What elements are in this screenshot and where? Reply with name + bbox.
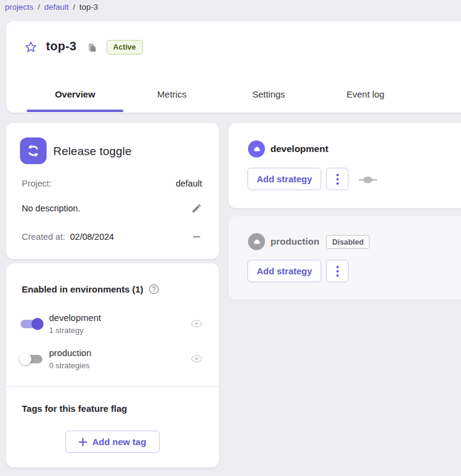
breadcrumb-separator: / [73, 2, 76, 12]
project-row: Project: default [22, 179, 202, 188]
kebab-menu-production[interactable] [326, 260, 348, 282]
strategy-drag-indicator-icon [359, 176, 377, 187]
kebab-dot [336, 182, 339, 185]
breadcrumb-current: top-3 [79, 2, 98, 12]
environments-card: Enabled in environments (1) development … [6, 263, 219, 468]
environment-panel-development: development Add strategy [229, 123, 461, 208]
add-strategy-button-production[interactable]: Add strategy [247, 260, 321, 282]
tab-settings[interactable]: Settings [220, 79, 317, 109]
flag-details-card: Release toggle Project: default No descr… [6, 123, 219, 259]
kebab-dot [336, 274, 339, 277]
disabled-badge: Disabled [326, 235, 370, 249]
status-badge: Active [106, 40, 143, 55]
breadcrumb-projects-link[interactable]: projects [5, 2, 33, 12]
edit-description-icon[interactable] [191, 203, 202, 214]
env-row-development-strategies: 1 strategy [49, 326, 83, 335]
environments-title: Enabled in environments (1) [22, 283, 160, 295]
kebab-menu-development[interactable] [326, 168, 348, 190]
toggle-thumb [31, 318, 44, 330]
cloud-icon-production [248, 233, 265, 250]
toggle-development[interactable] [19, 318, 44, 330]
environment-panel-production: production Disabled Add strategy [229, 216, 461, 300]
tab-overview[interactable]: Overview [27, 79, 123, 109]
tags-title: Tags for this feature flag [22, 403, 127, 414]
created-label: Created at: [22, 232, 65, 242]
environments-title-text: Enabled in environments (1) [22, 284, 143, 294]
env-row-development-name: development [49, 312, 101, 323]
plus-icon [79, 438, 87, 446]
description-text: No description. [22, 203, 80, 213]
created-row: Created at: 02/08/2024 [22, 232, 202, 242]
active-tab-indicator [27, 110, 123, 112]
kebab-dot [336, 266, 339, 268]
kebab-dot [336, 270, 339, 273]
kebab-dot [336, 174, 339, 176]
environment-panel-production-name: production [270, 236, 319, 247]
env-row-production-name: production [49, 348, 91, 358]
breadcrumb-separator: / [38, 2, 40, 12]
add-strategy-button-development[interactable]: Add strategy [247, 168, 321, 190]
eye-icon-production[interactable] [191, 354, 203, 363]
env-row-production-strategies: 0 strategies [49, 361, 90, 370]
breadcrumb-default-link[interactable]: default [44, 2, 69, 12]
flag-type-label: Release toggle [53, 145, 132, 158]
eye-icon-development[interactable] [191, 319, 203, 328]
release-toggle-icon [20, 137, 47, 164]
cloud-icon-development [248, 140, 265, 157]
tab-metrics[interactable]: Metrics [123, 79, 220, 109]
toggle-thumb [19, 353, 31, 365]
project-label: Project: [22, 179, 51, 188]
help-icon[interactable] [148, 283, 160, 295]
add-new-tag-label: Add new tag [92, 437, 146, 447]
page-title: top-3 [46, 39, 76, 53]
dash-icon [193, 236, 200, 237]
card-divider [6, 386, 219, 387]
tab-event-log[interactable]: Event log [317, 79, 414, 109]
copy-icon[interactable] [87, 42, 97, 53]
kebab-dot [336, 178, 339, 180]
description-row: No description. [22, 203, 202, 214]
environment-panel-development-name: development [270, 144, 329, 154]
breadcrumb: projects / default / top-3 [5, 2, 98, 12]
flag-header-card: top-3 Active Overview Metrics Settings E… [6, 21, 461, 113]
add-new-tag-button[interactable]: Add new tag [65, 431, 160, 453]
toggle-production[interactable] [19, 353, 44, 365]
favorite-star-icon[interactable] [24, 41, 38, 54]
project-value: default [175, 179, 202, 188]
created-value: 02/08/2024 [70, 232, 114, 242]
